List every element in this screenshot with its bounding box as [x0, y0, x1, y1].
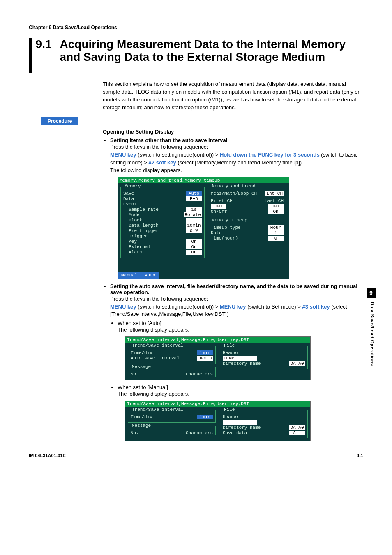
footer-docid: IM 04L31A01-01E: [29, 453, 66, 458]
auto-softkey[interactable]: Auto: [141, 272, 159, 279]
screen1-title: Memory,Memory and trend,Memory timeup: [118, 177, 289, 183]
lastch-value[interactable]: 101: [268, 204, 284, 209]
firstch-value[interactable]: 101: [211, 204, 226, 209]
key-sequence-2: MENU key (switch to setting mode(control…: [110, 303, 363, 319]
opening-heading: Opening the Setting Display: [103, 129, 363, 135]
menu-key-after-2b: (switch to Set mode) >: [246, 304, 302, 310]
menu-key-after-1: (switch to setting mode(control)) >: [136, 152, 220, 158]
press-keys-1: Press the keys in the following sequence…: [110, 143, 363, 151]
bullet2-title: Setting the auto save interval, file hea…: [110, 283, 357, 295]
dir-value-2[interactable]: DATA0: [289, 361, 305, 366]
file-legend-3: File: [223, 407, 236, 412]
mode-value[interactable]: Rotate: [184, 212, 202, 217]
menu-key-text-1: MENU key: [110, 152, 136, 158]
date-value[interactable]: 1: [268, 230, 284, 235]
menu-key-text-2a: MENU key: [110, 304, 136, 310]
memory-legend: Memory: [123, 184, 142, 189]
device-screen-manual: Trend/Save interval,Message,File,User ke…: [125, 401, 311, 441]
savedata-value[interactable]: All: [289, 431, 305, 435]
when-manual-label: When set to [Manual]: [118, 384, 168, 390]
soft2-text: #2 soft key: [149, 159, 176, 166]
when-manual-item: When set to [Manual] The following displ…: [118, 384, 363, 441]
header-value-3[interactable]: [223, 420, 257, 425]
alarm-value[interactable]: On: [186, 250, 202, 255]
timeup-legend: Memory timeup: [211, 218, 249, 223]
menu-key-text-2b: MENU key: [220, 304, 246, 310]
pretrigger-value[interactable]: 0 %: [186, 228, 202, 233]
autosave-value[interactable]: 30min: [197, 356, 213, 361]
menu-key-after-2a: (switch to setting mode(control)) >: [136, 304, 220, 310]
heading-bar-icon: [29, 38, 32, 73]
mat-legend: Memory and trend: [211, 184, 257, 189]
save-value[interactable]: Auto: [186, 191, 202, 196]
soft2-after: (select [Memory,Memory and trend,Memory …: [176, 159, 302, 166]
manual-softkey[interactable]: Manual: [118, 272, 141, 279]
screen2-title: Trend/Save interval,Message,File,User ke…: [125, 337, 310, 343]
external-value[interactable]: On: [186, 244, 202, 249]
following-appears-1: The following display appears.: [110, 167, 363, 175]
page-footer: IM 04L31A01-01E 9-1: [29, 451, 363, 458]
bullet1-title: Setting items other than the auto save i…: [110, 137, 227, 143]
timediv-value-3[interactable]: 1min: [197, 415, 213, 419]
screen3-title: Trend/Save interval,Message,File,User ke…: [125, 401, 310, 407]
footer-page: 9-1: [357, 453, 363, 458]
msg-legend-2: Message: [131, 364, 152, 369]
when-auto-label: When set to [Auto]: [118, 320, 161, 326]
tsi-legend-2: Trend/Save interval: [131, 343, 184, 348]
chapter-header: Chapter 9 Data Save/Load Operations: [29, 25, 363, 32]
device-screen-auto: Trend/Save interval,Message,File,User ke…: [125, 336, 311, 380]
timeuptype-value[interactable]: Hour: [268, 225, 284, 230]
samplerate-value[interactable]: 1s: [186, 207, 202, 212]
section-heading: 9.1 Acquiring Measurement Data to the In…: [29, 38, 363, 73]
tsi-legend-3: Trend/Save interval: [131, 407, 184, 412]
side-chapter-label: Data Save/Load Operations: [370, 302, 375, 366]
timehour-value[interactable]: 0: [268, 236, 284, 241]
soft3-text: #3 soft key: [302, 304, 330, 310]
press-keys-2: Press the keys in the following sequence…: [110, 295, 363, 303]
section-title: Acquiring Measurement Data to the Intern…: [60, 38, 364, 64]
datalength-value[interactable]: 10min: [186, 223, 202, 228]
following-appears-3: The following display appears.: [118, 390, 363, 398]
timediv-value-2[interactable]: 1min: [197, 350, 213, 355]
hold-func-text: Hold down the FUNC key for 3 seconds: [220, 152, 320, 158]
bullet-other-settings: Setting items other than the auto save i…: [110, 137, 363, 279]
when-auto-item: When set to [Auto] The following display…: [118, 320, 363, 380]
file-legend-2: File: [223, 343, 236, 348]
following-appears-2: The following display appears.: [118, 326, 363, 334]
onoff-value[interactable]: On: [268, 209, 284, 214]
section-number: 9.1: [36, 38, 52, 51]
device-screen-memory: Memory,Memory and trend,Memory timeup Me…: [118, 177, 289, 279]
measmath-value[interactable]: Int CH: [265, 191, 284, 196]
block-value[interactable]: 1: [186, 218, 202, 223]
intro-paragraph: This section explains how to set the acq…: [103, 81, 363, 111]
side-chapter-tab: 9: [367, 288, 376, 298]
header-value-2[interactable]: TEMP: [223, 356, 257, 361]
msg-legend-3: Message: [131, 423, 152, 428]
key-value[interactable]: On: [186, 239, 202, 244]
bullet-autosave-settings: Setting the auto save interval, file hea…: [110, 283, 363, 441]
data-value[interactable]: E+D: [186, 196, 202, 201]
dir-value-3[interactable]: DATA0: [289, 425, 305, 430]
procedure-badge: Procedure: [41, 117, 78, 125]
key-sequence-1: MENU key (switch to setting mode(control…: [110, 151, 363, 167]
